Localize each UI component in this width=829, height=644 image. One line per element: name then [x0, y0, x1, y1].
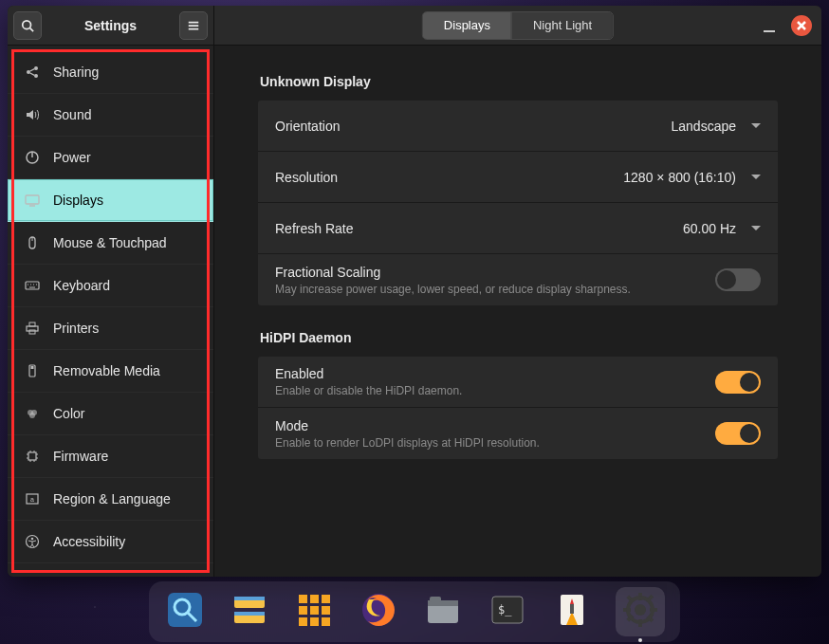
- svg-text:$_: $_: [498, 603, 512, 616]
- section-title-display: Unknown Display: [260, 74, 778, 89]
- chevron-down-icon: [751, 123, 761, 128]
- files-alt-icon: [230, 591, 268, 633]
- text-editor-icon: [553, 591, 591, 633]
- hamburger-icon: [187, 19, 200, 32]
- resolution-combo[interactable]: 1280 × 800 (16:10): [623, 170, 761, 185]
- svg-rect-53: [299, 606, 307, 615]
- enabled-switch[interactable]: [715, 371, 761, 394]
- tab-night-light[interactable]: Night Light: [511, 12, 613, 39]
- content-panel[interactable]: Unknown Display Orientation Landscape Re…: [214, 46, 821, 577]
- orientation-label: Orientation: [275, 119, 340, 134]
- sidebar-item-color[interactable]: Color: [8, 393, 213, 435]
- accessibility-icon: [25, 534, 40, 549]
- display-settings-group: Orientation Landscape Resolution 1280 × …: [258, 101, 778, 305]
- svg-rect-52: [322, 595, 330, 603]
- fractional-switch[interactable]: [715, 268, 761, 291]
- minimize-button[interactable]: [759, 15, 780, 36]
- dock-app-settings[interactable]: [616, 587, 665, 636]
- sidebar-item-firmware[interactable]: Firmware: [8, 435, 213, 478]
- region-icon: a: [25, 491, 40, 506]
- files-icon: [424, 591, 462, 633]
- resolution-value: 1280 × 800 (16:10): [623, 170, 736, 185]
- svg-rect-12: [26, 195, 39, 204]
- svg-point-7: [27, 70, 30, 74]
- svg-rect-57: [310, 617, 319, 626]
- settings-window: Settings Displays Night Light SharingSou…: [8, 6, 821, 577]
- search-icon: [21, 19, 34, 32]
- fractional-sub: May increase power usage, lower speed, o…: [275, 283, 631, 296]
- sidebar-item-label: Sound: [53, 107, 91, 122]
- sidebar-item-printer[interactable]: Printers: [8, 307, 213, 350]
- dock-app-files-alt[interactable]: [229, 591, 270, 633]
- keyboard-icon: [25, 278, 40, 293]
- svg-point-0: [23, 20, 31, 28]
- sidebar-item-label: Accessibility: [53, 534, 125, 549]
- sidebar-item-label: Displays: [53, 193, 103, 208]
- svg-line-1: [30, 28, 34, 31]
- svg-rect-55: [322, 606, 330, 615]
- share-icon: [25, 64, 40, 80]
- dock: $_: [149, 581, 680, 642]
- svg-rect-62: [430, 597, 441, 602]
- dock-app-search[interactable]: [164, 591, 206, 633]
- enabled-label: Enabled: [275, 366, 462, 381]
- mode-switch[interactable]: [715, 422, 761, 445]
- sidebar-item-share[interactable]: Sharing: [8, 51, 213, 94]
- svg-rect-23: [29, 322, 35, 326]
- row-orientation[interactable]: Orientation Landscape: [258, 101, 778, 152]
- sidebar-container: SharingSoundPowerDisplaysMouse & Touchpa…: [8, 46, 214, 577]
- sidebar-item-region[interactable]: aRegion & Language: [8, 478, 213, 521]
- close-button[interactable]: [791, 15, 812, 36]
- dock-app-firefox[interactable]: [358, 591, 399, 633]
- refresh-value: 60.00 Hz: [683, 221, 736, 236]
- orientation-combo[interactable]: Landscape: [671, 119, 761, 134]
- search-button[interactable]: [13, 11, 42, 40]
- sidebar-item-label: Printers: [53, 321, 99, 336]
- sidebar-item-label: Region & Language: [53, 491, 171, 506]
- titlebar-right: Displays Night Light: [214, 6, 821, 45]
- refresh-label: Refresh Rate: [275, 221, 353, 236]
- hidpi-group: Enabled Enable or disable the HiDPI daem…: [258, 357, 778, 459]
- removable-icon: [25, 363, 40, 378]
- row-refresh[interactable]: Refresh Rate 60.00 Hz: [258, 203, 778, 254]
- sidebar-item-sound[interactable]: Sound: [8, 94, 213, 137]
- settings-icon: [621, 591, 659, 633]
- sidebar-item-mouse[interactable]: Mouse & Touchpad: [8, 222, 213, 265]
- orientation-value: Landscape: [671, 119, 736, 134]
- sidebar-item-label: Sharing: [53, 64, 99, 80]
- sidebar-item-removable[interactable]: Removable Media: [8, 350, 213, 393]
- sidebar[interactable]: SharingSoundPowerDisplaysMouse & Touchpa…: [8, 46, 213, 577]
- sidebar-item-label: Mouse & Touchpad: [53, 235, 167, 250]
- dock-app-text-editor[interactable]: [551, 591, 593, 633]
- view-switcher: Displays Night Light: [422, 11, 614, 40]
- chevron-down-icon: [751, 226, 761, 230]
- tab-displays[interactable]: Displays: [423, 12, 511, 39]
- chevron-down-icon: [751, 175, 761, 179]
- refresh-combo[interactable]: 60.00 Hz: [683, 221, 761, 236]
- firmware-icon: [25, 449, 40, 464]
- sidebar-item-accessibility[interactable]: Accessibility: [8, 521, 213, 563]
- section-title-hidpi: HiDPI Daemon: [260, 330, 778, 345]
- sidebar-item-label: Keyboard: [53, 278, 110, 293]
- sidebar-item-power[interactable]: Power: [8, 137, 213, 179]
- sidebar-item-display[interactable]: Displays: [8, 179, 213, 222]
- dock-app-files[interactable]: [422, 591, 464, 633]
- dock-app-apps-grid[interactable]: [293, 591, 335, 633]
- menu-button[interactable]: [179, 11, 208, 40]
- printer-icon: [25, 321, 40, 336]
- fractional-label: Fractional Scaling: [275, 265, 631, 280]
- mode-sub: Enable to render LoDPI displays at HiDPI…: [275, 436, 540, 450]
- sidebar-item-keyboard[interactable]: Keyboard: [8, 265, 213, 307]
- minimize-icon: [764, 30, 775, 32]
- dock-app-terminal[interactable]: $_: [487, 591, 528, 633]
- mode-label: Mode: [275, 418, 540, 433]
- svg-point-42: [31, 538, 34, 541]
- display-icon: [25, 193, 40, 208]
- apps-grid-icon: [295, 591, 333, 633]
- running-indicator-icon: [638, 638, 642, 642]
- svg-rect-54: [310, 606, 319, 615]
- svg-rect-43: [168, 593, 202, 627]
- power-icon: [25, 150, 40, 165]
- titlebar-left: Settings: [8, 6, 214, 45]
- row-resolution[interactable]: Resolution 1280 × 800 (16:10): [258, 152, 778, 203]
